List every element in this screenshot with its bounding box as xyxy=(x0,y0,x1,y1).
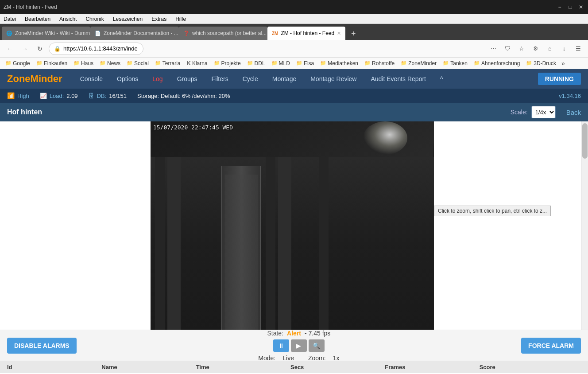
shield-icon[interactable]: 🛡 xyxy=(501,43,514,55)
menu-extras[interactable]: Extras xyxy=(150,16,168,22)
close-button[interactable]: ✕ xyxy=(577,4,584,11)
camera-feed[interactable]: 15/07/2020 22:47:45 WED xyxy=(151,121,434,330)
scrollbar-track[interactable] xyxy=(581,121,588,330)
tab-1-icon: 🌐 xyxy=(6,31,12,36)
force-alarm-button[interactable]: FORCE ALARM xyxy=(521,338,581,354)
star-icon[interactable]: ☆ xyxy=(515,43,528,55)
maximize-button[interactable]: □ xyxy=(567,4,574,11)
menu-button[interactable]: ☰ xyxy=(572,43,584,55)
menu-ansicht[interactable]: Ansicht xyxy=(58,16,78,22)
zm-running-status[interactable]: RUNNING xyxy=(538,73,581,85)
zm-controls: DISABLE ALARMS State: Alert - 7.45 fps ⏸… xyxy=(0,330,588,361)
forward-button[interactable]: → xyxy=(19,43,31,55)
minimize-button[interactable]: − xyxy=(556,4,563,11)
download-button[interactable]: ↓ xyxy=(558,43,570,55)
bookmark-zoneminder[interactable]: 📁ZoneMinder xyxy=(398,59,439,67)
extensions-button[interactable]: ⋯ xyxy=(487,43,499,55)
scale-select[interactable]: 1/4x 1/2x 1x 2x 4x xyxy=(531,106,556,118)
zm-statusbar: 📶 High 📈 Load: 2.09 🗄 DB: 16/151 Storage… xyxy=(0,89,588,103)
nav-more[interactable]: ^ xyxy=(433,69,450,89)
tabs-bar: 🌐 ZoneMinder Wiki - Wiki - Dummie... ✕ 📄… xyxy=(0,24,588,40)
nav-log[interactable]: Log xyxy=(145,69,170,89)
db-icon: 🗄 xyxy=(89,93,94,99)
folder-icon: 📁 xyxy=(474,60,480,66)
tab-4-label: ZM - Hof hinten - Feed xyxy=(281,30,334,36)
nav-montage[interactable]: Montage xyxy=(265,69,303,89)
tab-4[interactable]: ZM ZM - Hof hinten - Feed ✕ xyxy=(267,27,345,40)
window-title: ZM - Hof hinten - Feed xyxy=(4,4,57,10)
pause-button[interactable]: ⏸ xyxy=(273,339,289,352)
title-bar: ZM - Hof hinten - Feed − □ ✕ xyxy=(0,0,588,14)
home-button[interactable]: ⌂ xyxy=(544,43,556,55)
folder-icon: 📁 xyxy=(36,60,43,66)
bookmark-einkaufen[interactable]: 📁Einkaufen xyxy=(34,59,70,67)
bookmark-news[interactable]: 📁News xyxy=(97,59,123,67)
nav-groups[interactable]: Groups xyxy=(170,69,205,89)
wall-stripe-5 xyxy=(319,157,329,330)
search-button[interactable]: 🔍 xyxy=(309,339,325,352)
bookmark-3d-druck[interactable]: 📁3D-Druck xyxy=(523,59,559,67)
bookmark-elsa[interactable]: 📁Elsa xyxy=(294,59,317,67)
scale-wrap: Scale: 1/4x 1/2x 1x 2x 4x ▼ xyxy=(511,106,556,118)
bookmark-haus[interactable]: 📁Haus xyxy=(71,59,96,67)
menu-lesezeichen[interactable]: Lesezeichen xyxy=(111,16,144,22)
tab-1[interactable]: 🌐 ZoneMinder Wiki - Wiki - Dummie... ✕ xyxy=(2,27,90,40)
nav-console[interactable]: Console xyxy=(73,69,110,89)
play-button[interactable]: ▶ xyxy=(291,339,307,352)
scale-label: Scale: xyxy=(511,109,528,116)
bookmark-mediatheken[interactable]: 📁Mediatheken xyxy=(317,59,361,67)
address-icons: ⋯ 🛡 ☆ ⚙ ⌂ ↓ ☰ xyxy=(487,43,584,55)
bookmark-projekte[interactable]: 📁Projekte xyxy=(211,59,244,67)
wall-stripe-4 xyxy=(278,157,291,330)
bookmark-ahnenforschung[interactable]: 📁Ahnenforschung xyxy=(471,59,522,67)
fps-value: - 7.45 fps xyxy=(305,330,330,337)
menu-hilfe[interactable]: Hilfe xyxy=(174,16,188,22)
folder-icon: 📁 xyxy=(443,60,449,66)
back-link[interactable]: Back xyxy=(566,109,581,116)
load-value: 2.09 xyxy=(66,93,77,99)
nav-filters[interactable]: Filters xyxy=(205,69,236,89)
back-button[interactable]: ← xyxy=(4,43,16,55)
bookmarks-more-button[interactable]: » xyxy=(560,60,567,67)
refresh-button[interactable]: ↻ xyxy=(34,43,46,55)
tab-3[interactable]: ❓ which sourcepath (or better al... ✕ xyxy=(179,27,267,40)
menu-bearbeiten[interactable]: Bearbeiten xyxy=(23,16,52,22)
menu-datei[interactable]: Datei xyxy=(2,16,18,22)
nav-cycle[interactable]: Cycle xyxy=(236,69,265,89)
bookmark-tanken[interactable]: 📁Tanken xyxy=(440,59,470,67)
folder-icon: 📁 xyxy=(320,60,326,66)
nav-montage-review[interactable]: Montage Review xyxy=(303,69,364,89)
bookmark-google[interactable]: 📁Google xyxy=(3,59,33,67)
zoom-value: 1x xyxy=(333,355,340,362)
bookmarks-bar: 📁Google 📁Einkaufen 📁Haus 📁News 📁Social 📁… xyxy=(0,58,588,69)
tab-2[interactable]: 📄 ZoneMinder Documentation - ... ✕ xyxy=(90,27,179,40)
zm-nav: Console Options Log Groups Filters Cycle… xyxy=(73,69,538,89)
folder-icon: 📁 xyxy=(296,60,302,66)
bookmark-klarna[interactable]: KKlarna xyxy=(184,59,210,67)
address-input[interactable] xyxy=(49,43,143,55)
tab-4-close[interactable]: ✕ xyxy=(337,31,341,36)
menu-chronik[interactable]: Chronik xyxy=(84,16,105,22)
disable-alarms-button[interactable]: DISABLE ALARMS xyxy=(7,338,77,354)
feed-left-panel xyxy=(0,121,151,330)
bookmark-terraria[interactable]: 📁Terraria xyxy=(152,59,183,67)
nav-audit-events[interactable]: Audit Events Report xyxy=(364,69,433,89)
folder-icon: 📁 xyxy=(526,60,532,66)
bookmark-social[interactable]: 📁Social xyxy=(124,59,151,67)
folder-icon: 📁 xyxy=(100,60,106,66)
zm-feed-area: 15/07/2020 22:47:45 WED Click to zoom, s… xyxy=(0,121,588,330)
new-tab-button[interactable]: + xyxy=(347,27,360,40)
folder-icon: 📁 xyxy=(214,60,220,66)
folder-icon: 📁 xyxy=(155,60,161,66)
folder-icon: 📁 xyxy=(127,60,133,66)
bookmark-ddl[interactable]: 📁DDL xyxy=(244,59,268,67)
zm-topbar: ZoneMinder Console Options Log Groups Fi… xyxy=(0,69,588,89)
nav-options[interactable]: Options xyxy=(110,69,145,89)
wall-stripe-left xyxy=(155,157,165,330)
reader-mode-button[interactable]: ⚙ xyxy=(530,43,542,55)
zm-version: v1.34.16 xyxy=(559,93,581,99)
scrollbar-thumb[interactable] xyxy=(582,123,588,159)
storage-status: Storage: Default: 6% /dev/shm: 20% xyxy=(137,93,230,99)
bookmark-mld[interactable]: 📁MLD xyxy=(269,59,293,67)
bookmark-rohstoffe[interactable]: 📁Rohstoffe xyxy=(362,59,397,67)
